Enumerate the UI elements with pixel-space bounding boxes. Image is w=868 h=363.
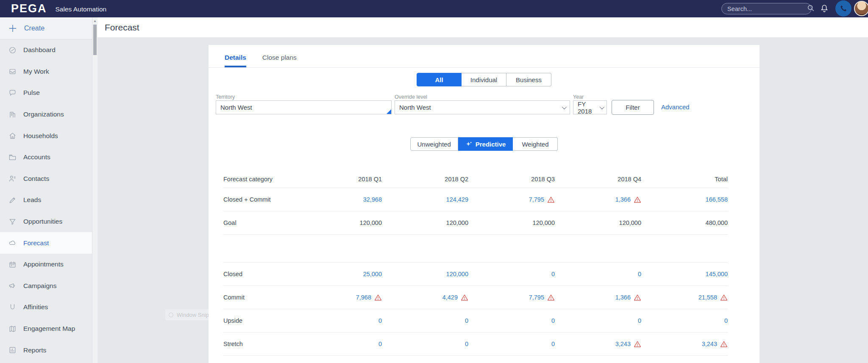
forecast-value[interactable]: 120,000 <box>446 271 468 277</box>
page-header: Forecast <box>97 17 868 37</box>
unweighted-button[interactable]: Unweighted <box>410 137 458 151</box>
sidebar-scrollbar[interactable]: ▲ <box>92 17 97 363</box>
create-label: Create <box>24 25 45 32</box>
search-icon[interactable] <box>807 4 815 14</box>
row-category: Closed + Commit <box>223 196 295 203</box>
sidebar-item-leads[interactable]: Leads <box>0 189 92 211</box>
app-title: Sales Automation <box>56 6 107 13</box>
sidebar-item-engagement-map[interactable]: Engagement Map <box>0 318 92 340</box>
scope-toggle: All Individual Business <box>417 73 551 86</box>
forecast-value[interactable]: 0 <box>465 341 468 347</box>
sidebar-item-campaigns[interactable]: Campaigns <box>0 275 92 297</box>
scope-business-button[interactable]: Business <box>506 73 551 86</box>
sidebar-item-label: Reports <box>23 346 46 354</box>
sidebar-item-label: Affinities <box>23 303 48 311</box>
warning-icon <box>461 294 468 301</box>
year-label: Year <box>573 94 584 100</box>
user-avatar[interactable] <box>854 1 868 16</box>
predictive-button[interactable]: Predictive <box>458 137 513 151</box>
forecast-value[interactable]: 3,243 <box>702 341 717 347</box>
warning-icon <box>547 196 555 203</box>
override-level-select[interactable]: North West <box>395 100 570 114</box>
sidebar-item-label: Campaigns <box>23 282 56 290</box>
snip-icon <box>169 313 173 317</box>
forecast-value[interactable]: 21,558 <box>698 294 717 301</box>
forecast-value[interactable]: 25,000 <box>363 271 382 277</box>
forecast-value[interactable]: 7,968 <box>356 294 371 301</box>
forecast-value[interactable]: 0 <box>551 317 555 324</box>
sidebar-item-pulse[interactable]: Pulse <box>0 82 92 104</box>
forecast-value[interactable]: 0 <box>551 341 555 347</box>
sidebar-item-households[interactable]: Households <box>0 125 92 147</box>
warning-icon <box>634 196 641 203</box>
weighted-button[interactable]: Weighted <box>513 137 558 151</box>
forecast-value[interactable]: 0 <box>465 317 468 324</box>
forecast-value[interactable]: 32,968 <box>363 196 382 203</box>
column-header: 2018 Q4 <box>555 176 641 183</box>
forecast-value[interactable]: 1,366 <box>615 196 631 203</box>
sidebar-item-label: Contacts <box>23 175 49 183</box>
forecast-value[interactable]: 166,558 <box>706 196 728 203</box>
sidebar-item-affinities[interactable]: Affinities <box>0 296 92 318</box>
my-work-icon <box>8 67 17 76</box>
forecast-value: 120,000 <box>360 219 382 226</box>
dashboard-icon <box>8 46 17 54</box>
forecast-value[interactable]: 4,429 <box>442 294 458 301</box>
sparkle-icon <box>465 141 473 148</box>
table-row-closed-commit: Closed + Commit32,968124,4297,7951,36616… <box>223 188 728 211</box>
column-header: 2018 Q1 <box>295 176 382 183</box>
forecast-value[interactable]: 0 <box>638 317 641 324</box>
year-select[interactable]: FY 2018 <box>573 100 607 114</box>
phone-button[interactable] <box>835 0 851 17</box>
sidebar-nav: DashboardMy WorkPulseOrganizationsHouseh… <box>0 39 97 361</box>
forecast-value[interactable]: 3,243 <box>615 341 631 347</box>
sidebar-item-organizations[interactable]: Organizations <box>0 104 92 125</box>
sidebar-item-appointments[interactable]: Appointments <box>0 254 92 275</box>
chevron-down-icon <box>600 104 604 109</box>
global-search[interactable] <box>721 3 812 14</box>
forecast-icon <box>8 239 17 247</box>
sidebar-item-dashboard[interactable]: Dashboard <box>0 39 92 61</box>
sidebar-item-my-work[interactable]: My Work <box>0 61 92 83</box>
sidebar-item-forecast[interactable]: Forecast <box>0 232 92 254</box>
forecast-value[interactable]: 7,795 <box>529 294 544 301</box>
row-category: Stretch <box>223 341 295 347</box>
scrollbar-thumb[interactable] <box>93 25 97 55</box>
advanced-link[interactable]: Advanced <box>661 103 690 111</box>
forecast-value[interactable]: 124,429 <box>446 196 468 203</box>
territory-input[interactable] <box>220 104 387 111</box>
forecast-value[interactable]: 0 <box>551 271 555 277</box>
notifications-bell-icon[interactable] <box>820 4 829 13</box>
forecast-value: 480,000 <box>706 219 728 226</box>
sidebar-item-label: Leads <box>23 196 41 204</box>
tab-close-plans[interactable]: Close plans <box>262 54 297 67</box>
column-header: 2018 Q2 <box>382 176 468 183</box>
row-category: Closed <box>223 271 295 277</box>
scope-individual-button[interactable]: Individual <box>462 73 506 86</box>
forecast-value[interactable]: 7,795 <box>529 196 544 203</box>
sidebar-item-opportunities[interactable]: Opportunities <box>0 211 92 233</box>
sidebar-create-button[interactable]: Create <box>0 17 92 39</box>
sidebar-item-label: Organizations <box>23 111 64 118</box>
scope-all-button[interactable]: All <box>417 73 462 86</box>
search-input[interactable] <box>727 6 807 12</box>
scrollbar-up-arrow-icon[interactable]: ▲ <box>92 17 97 23</box>
forecast-value[interactable]: 0 <box>724 317 728 324</box>
sidebar-item-label: Forecast <box>23 239 49 247</box>
sidebar-item-contacts[interactable]: Contacts <box>0 168 92 190</box>
forecast-value[interactable]: 0 <box>638 271 641 277</box>
forecast-value[interactable]: 1,366 <box>615 294 631 301</box>
warning-icon <box>547 294 555 301</box>
forecast-value[interactable]: 0 <box>378 341 382 347</box>
forecast-value[interactable]: 0 <box>378 317 382 324</box>
table-row-goal: Goal120,000120,000120,000120,000480,000 <box>223 211 728 235</box>
sidebar-item-label: Engagement Map <box>23 325 75 333</box>
contacts-icon <box>8 175 17 183</box>
sidebar-item-label: Appointments <box>23 260 64 268</box>
sidebar-item-reports[interactable]: Reports <box>0 339 92 361</box>
sidebar-item-accounts[interactable]: Accounts <box>0 147 92 168</box>
forecast-value[interactable]: 145,000 <box>706 271 728 277</box>
filter-button[interactable]: Filter <box>612 100 654 115</box>
territory-field[interactable] <box>216 100 392 114</box>
tab-details[interactable]: Details <box>225 54 246 67</box>
